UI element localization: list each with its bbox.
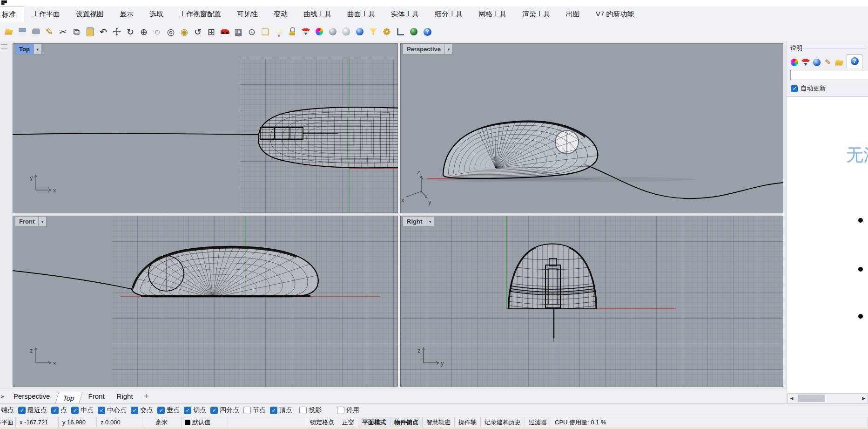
- filter-funnel-icon[interactable]: [367, 26, 379, 38]
- earth-icon[interactable]: [408, 26, 420, 38]
- viewport-page-tab-top[interactable]: Top: [55, 392, 83, 404]
- menu-tab-14[interactable]: 出图: [558, 6, 588, 22]
- units-ruler-icon[interactable]: [394, 26, 406, 38]
- menu-tab-1[interactable]: 工作平面: [24, 6, 68, 22]
- menu-tab-3[interactable]: 显示: [112, 6, 141, 22]
- viewport-perspective-canvas[interactable]: zxy: [400, 43, 783, 213]
- viewport-page-tab-perspective[interactable]: Perspective: [7, 390, 56, 402]
- osnap-item-8[interactable]: 四分点: [210, 406, 239, 415]
- viewport-top-menu-arrow-icon[interactable]: ▾: [34, 44, 41, 54]
- statusbar-layer[interactable]: 默认值: [182, 417, 228, 427]
- osnap-item-5[interactable]: 交点: [131, 406, 153, 415]
- osnap-checkbox-7[interactable]: [184, 407, 191, 414]
- menu-tab-6[interactable]: 可见性: [229, 6, 266, 22]
- viewport-front[interactable]: zx Front ▾: [13, 216, 398, 387]
- print-icon[interactable]: [30, 26, 42, 38]
- toolbar-grip[interactable]: [1, 44, 7, 49]
- copy-icon[interactable]: ⧉: [70, 26, 82, 38]
- add-viewport-tab-icon[interactable]: ✛: [144, 393, 149, 400]
- statusbar-toggle-4[interactable]: 智慧轨迹: [423, 417, 455, 427]
- viewport-front-canvas[interactable]: zx: [13, 216, 398, 387]
- zoom-selected-icon[interactable]: ◎: [165, 26, 177, 38]
- osnap-item-1[interactable]: 最近点: [18, 406, 47, 415]
- osnap-checkbox-6[interactable]: [157, 407, 165, 414]
- color-wheel-icon[interactable]: [789, 57, 800, 68]
- open-icon[interactable]: [3, 26, 15, 38]
- osnap-item-9[interactable]: 节点: [243, 406, 266, 415]
- shaded-sphere-icon[interactable]: [327, 26, 339, 38]
- rendered-sphere-icon[interactable]: [812, 57, 822, 68]
- statusbar-toggle-6[interactable]: 记录建构历史: [481, 417, 525, 427]
- statusbar-units[interactable]: 毫米: [142, 417, 182, 427]
- statusbar-toggle-7[interactable]: 过滤器: [525, 417, 551, 427]
- viewport-right-menu-arrow-icon[interactable]: ▾: [426, 217, 434, 226]
- viewport-top-canvas[interactable]: yx: [13, 43, 398, 213]
- viewport-page-tab-right[interactable]: Right: [111, 390, 139, 402]
- osnap-item-0[interactable]: 端点: [1, 406, 14, 415]
- scroll-left-icon[interactable]: ◀: [788, 396, 795, 401]
- lamp-icon[interactable]: [273, 26, 285, 38]
- menu-tab-11[interactable]: 细分工具: [427, 6, 471, 22]
- osnap-item-2[interactable]: 点: [51, 406, 67, 415]
- viewport-front-title[interactable]: Front ▾: [15, 216, 47, 227]
- osnap-checkbox-11[interactable]: [299, 407, 307, 414]
- menu-tab-10[interactable]: 实体工具: [383, 6, 427, 22]
- help-icon[interactable]: [421, 26, 433, 38]
- menu-tab-4[interactable]: 选取: [141, 6, 171, 22]
- menu-tab-0[interactable]: 标准: [0, 6, 24, 22]
- zoom-window-icon[interactable]: ◌: [151, 26, 163, 38]
- ghosted-sphere-icon[interactable]: [340, 26, 352, 38]
- osnap-item-3[interactable]: 中点: [71, 406, 94, 415]
- panel-search-input[interactable]: [790, 70, 868, 80]
- menu-tab-12[interactable]: 网格工具: [471, 6, 514, 22]
- menu-tab-2[interactable]: 设置视图: [68, 6, 112, 22]
- render-icon[interactable]: [801, 57, 811, 68]
- undo-view-icon[interactable]: ↺: [192, 26, 204, 38]
- lock-icon[interactable]: [286, 26, 298, 38]
- osnap-item-10[interactable]: 顶点: [270, 406, 292, 415]
- viewport-perspective[interactable]: zxy Perspective ▾: [400, 43, 783, 213]
- options-gear-icon[interactable]: [381, 26, 393, 38]
- panel-tab-help-selected[interactable]: [847, 54, 862, 68]
- osnap-checkbox-8[interactable]: [210, 407, 218, 414]
- osnap-item-4[interactable]: 中心点: [98, 406, 127, 415]
- statusbar-toggle-0[interactable]: 锁定格点: [306, 417, 338, 427]
- osnap-item-11[interactable]: 投影: [299, 406, 322, 415]
- statusbar-toggle-2[interactable]: 平面模式: [358, 417, 390, 427]
- menu-tab-15[interactable]: V7 的新功能: [588, 6, 642, 22]
- menu-tab-13[interactable]: 渲染工具: [514, 6, 558, 22]
- paste-icon[interactable]: [84, 26, 96, 38]
- osnap-item-6[interactable]: 垂点: [157, 406, 180, 415]
- viewport-page-tab-front[interactable]: Front: [82, 390, 111, 402]
- viewport-top-label[interactable]: Top: [15, 44, 34, 54]
- statusbar-toggle-3[interactable]: 物件锁点: [390, 417, 423, 427]
- viewport-right-title[interactable]: Right ▾: [403, 216, 434, 227]
- osnap-checkbox-10[interactable]: [270, 407, 277, 414]
- viewport-right-canvas[interactable]: zy: [400, 216, 783, 387]
- viewport-right-label[interactable]: Right: [403, 217, 426, 226]
- menu-tab-7[interactable]: 变动: [266, 6, 296, 22]
- osnap-checkbox-3[interactable]: [71, 407, 79, 414]
- auto-update-row[interactable]: 自动更新: [787, 80, 868, 96]
- viewport-perspective-menu-arrow-icon[interactable]: ▾: [444, 44, 452, 54]
- menu-tab-5[interactable]: 工作视窗配置: [171, 6, 229, 22]
- undo-icon[interactable]: ↶: [97, 26, 109, 38]
- help-icon[interactable]: [849, 55, 860, 67]
- osnap-item-7[interactable]: 切点: [184, 406, 206, 415]
- tab-overflow-icon[interactable]: »: [0, 393, 7, 400]
- annotate-dot-icon[interactable]: ❏: [259, 26, 271, 38]
- cplane-icon[interactable]: ▦: [232, 26, 244, 38]
- help-horizontal-scrollbar[interactable]: ◀ ▶: [787, 393, 868, 403]
- car-icon[interactable]: [219, 26, 231, 38]
- osnap-checkbox-5[interactable]: [131, 407, 138, 414]
- render-icon[interactable]: [300, 26, 312, 38]
- rotate-view-icon[interactable]: ↻: [124, 26, 136, 38]
- viewport-front-menu-arrow-icon[interactable]: ▾: [38, 217, 46, 226]
- scroll-right-icon[interactable]: ▶: [860, 396, 868, 401]
- viewport-perspective-title[interactable]: Perspective ▾: [403, 44, 453, 54]
- zoom-dynamic-icon[interactable]: ⊕: [138, 26, 150, 38]
- scroll-thumb[interactable]: [798, 395, 825, 402]
- menu-tab-8[interactable]: 曲线工具: [296, 6, 339, 22]
- osnap-checkbox-9[interactable]: [243, 407, 251, 414]
- osnap-checkbox-2[interactable]: [51, 407, 59, 414]
